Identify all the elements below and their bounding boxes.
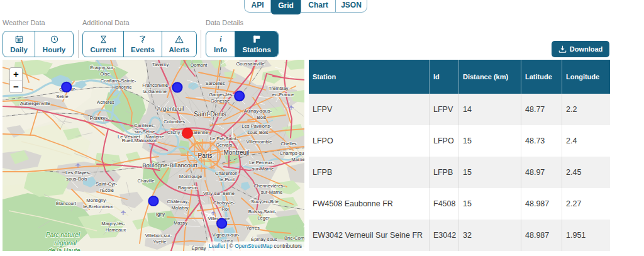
svg-text:Massy: Massy — [174, 220, 187, 226]
svg-text:Marne: Marne — [291, 157, 304, 162]
svg-text:l'École: l'École — [100, 187, 114, 193]
svg-text:Franconville-: Franconville- — [142, 82, 170, 88]
svg-text:Les Pavillons-: Les Pavillons- — [242, 123, 272, 129]
svg-text:Poissy: Poissy — [89, 115, 106, 121]
svg-text:Boulogne-Billancourt: Boulogne-Billancourt — [142, 162, 197, 169]
svg-text:Oise: Oise — [100, 71, 110, 77]
svg-text:le-Bretonneux: le-Bretonneux — [83, 204, 113, 209]
svg-text:Saint-Denis: Saint-Denis — [194, 111, 226, 118]
svg-text:Yvette: Yvette — [153, 239, 166, 245]
svg-text:Igny: Igny — [156, 211, 165, 217]
svg-text:en-France: en-France — [272, 92, 294, 97]
svg-text:Léger: Léger — [257, 215, 270, 221]
svg-text:Charenton-: Charenton- — [215, 170, 239, 176]
svg-text:Magny-lès-: Magny-lès- — [101, 221, 125, 226]
svg-text:Gonesse: Gonesse — [211, 98, 230, 104]
svg-text:Villebon-sur-: Villebon-sur- — [145, 233, 172, 238]
svg-text:Châtenay-: Châtenay- — [167, 199, 189, 204]
svg-text:Élancourt: Élancourt — [56, 201, 77, 206]
svg-text:Conflans-Sainte-: Conflans-Sainte- — [101, 78, 136, 84]
svg-text:Carrières-: Carrières- — [134, 123, 155, 128]
svg-text:sous-Bois: sous-Bois — [247, 130, 269, 135]
svg-text:Bois: Bois — [257, 114, 267, 120]
svg-text:Vitry-sur-Seine: Vitry-sur-Seine — [203, 191, 235, 196]
svg-text:Boissy-Saint-: Boissy-Saint- — [248, 209, 277, 214]
svg-text:Argenteuil: Argenteuil — [157, 105, 184, 112]
svg-text:Garges-lès-: Garges-lès- — [209, 92, 234, 97]
svg-text:sous-Bois: sous-Bois — [66, 176, 87, 182]
svg-text:Achères: Achères — [97, 99, 114, 105]
svg-text:Honorine: Honorine — [113, 84, 132, 90]
svg-text:Aulnay-sous-: Aulnay-sous- — [244, 108, 272, 114]
svg-text:Colombes: Colombes — [164, 119, 185, 125]
svg-text:Saint-Cyr-: Saint-Cyr- — [96, 181, 118, 187]
svg-text:Montigny-: Montigny- — [86, 198, 108, 203]
svg-text:Hameaux: Hameaux — [106, 227, 126, 233]
svg-text:sur-Marne: sur-Marne — [261, 189, 283, 195]
svg-text:Aubergenville: Aubergenville — [20, 101, 51, 106]
svg-text:sur-Marne: sur-Marne — [252, 166, 274, 172]
svg-text:Brie-Com: Brie-Com — [284, 235, 304, 241]
svg-text:Chaville: Chaville — [137, 178, 154, 184]
svg-text:Choisy-le-: Choisy-le- — [213, 200, 235, 206]
svg-text:Parc naturel: Parc naturel — [46, 231, 80, 238]
svg-text:Seine: Seine — [56, 94, 68, 99]
svg-text:Bagneux: Bagneux — [178, 185, 197, 191]
svg-text:Taverny: Taverny — [152, 62, 169, 67]
svg-text:Villemomble: Villemomble — [246, 139, 272, 145]
svg-text:la-Garenne: la-Garenne — [143, 89, 167, 94]
svg-text:Le Perreux-: Le Perreux- — [249, 160, 274, 165]
svg-text:Sucy-en-Brie: Sucy-en-Brie — [251, 199, 279, 204]
svg-text:Malabry: Malabry — [171, 205, 188, 211]
svg-text:Tremblay-: Tremblay- — [269, 86, 290, 91]
svg-text:Chelles: Chelles — [280, 141, 297, 147]
svg-text:Roi: Roi — [221, 206, 229, 212]
svg-text:Les Clayes-: Les Clayes- — [65, 170, 91, 175]
svg-text:Montrouge: Montrouge — [179, 174, 202, 179]
svg-text:Rueil-Malmaison: Rueil-Malmaison — [122, 138, 158, 143]
svg-text:Gervais: Gervais — [216, 142, 232, 148]
svg-text:Chennevières-: Chennevières- — [253, 183, 285, 189]
svg-text:régional: régional — [54, 240, 77, 247]
svg-text:Clichy: Clichy — [167, 130, 180, 135]
svg-text:Champs-su: Champs-su — [280, 150, 304, 156]
svg-text:Goussainville: Goussainville — [236, 61, 264, 67]
svg-text:Le Pré-Saint-: Le Pré-Saint- — [210, 136, 238, 142]
svg-text:Sarcelles: Sarcelles — [205, 81, 225, 86]
svg-text:Vigneux-sur-: Vigneux-sur- — [213, 232, 240, 238]
svg-text:Épinay: Épinay — [191, 245, 206, 251]
svg-text:le-Pont: le-Pont — [219, 177, 235, 182]
svg-text:Domont: Domont — [191, 62, 208, 68]
svg-text:arenne: arenne — [193, 130, 208, 135]
svg-text:Éragny-sur-: Éragny-sur- — [90, 65, 115, 70]
svg-text:Paris: Paris — [198, 152, 213, 159]
svg-text:i: i — [219, 35, 222, 43]
svg-text:de la Haute: de la Haute — [48, 247, 80, 251]
svg-text:Yerres: Yerres — [246, 225, 260, 231]
svg-text:Montreuil: Montreuil — [223, 149, 249, 156]
